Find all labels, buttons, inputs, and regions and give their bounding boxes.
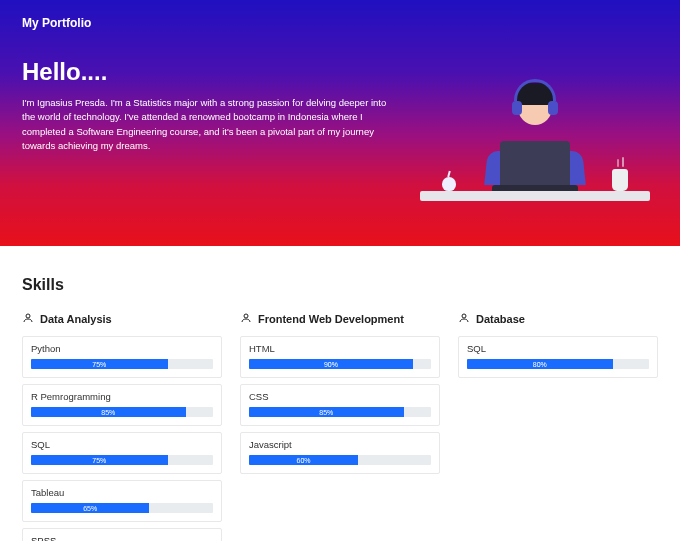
skill-column: Frontend Web DevelopmentHTML90%CSS85%Jav… (240, 312, 440, 541)
skill-name: Python (31, 343, 213, 354)
skills-heading: Skills (22, 276, 658, 294)
skill-name: R Pemrogramming (31, 391, 213, 402)
skill-column-label: Data Analysis (40, 313, 112, 325)
skill-column-label: Database (476, 313, 525, 325)
progress-fill: 85% (31, 407, 186, 417)
progress-label: 75% (92, 361, 106, 368)
progress-fill: 80% (467, 359, 613, 369)
progress-track: 65% (31, 503, 213, 513)
svg-point-1 (244, 314, 248, 318)
person-icon (458, 312, 470, 326)
progress-label: 90% (324, 361, 338, 368)
person-icon (22, 312, 34, 326)
skill-card: SQL80% (458, 336, 658, 378)
skill-card: Javascript60% (240, 432, 440, 474)
skill-column-heading: Data Analysis (22, 312, 222, 326)
hero-illustration (420, 41, 650, 201)
progress-track: 90% (249, 359, 431, 369)
progress-track: 60% (249, 455, 431, 465)
progress-track: 85% (31, 407, 213, 417)
progress-label: 85% (101, 409, 115, 416)
skill-column-label: Frontend Web Development (258, 313, 404, 325)
skill-column-heading: Frontend Web Development (240, 312, 440, 326)
skill-name: Tableau (31, 487, 213, 498)
skill-name: HTML (249, 343, 431, 354)
skill-card: R Pemrogramming85% (22, 384, 222, 426)
skill-card: SPSS90% (22, 528, 222, 541)
skill-column: DatabaseSQL80% (458, 312, 658, 541)
hero-intro: I'm Ignasius Presda. I'm a Statistics ma… (22, 96, 392, 153)
svg-point-0 (26, 314, 30, 318)
progress-label: 60% (297, 457, 311, 464)
skill-name: SQL (467, 343, 649, 354)
skill-card: Tableau65% (22, 480, 222, 522)
skill-card: SQL75% (22, 432, 222, 474)
progress-fill: 65% (31, 503, 149, 513)
svg-point-2 (462, 314, 466, 318)
skill-column-heading: Database (458, 312, 658, 326)
progress-track: 75% (31, 359, 213, 369)
hero-section: My Portfolio Hello.... I'm Ignasius Pres… (0, 0, 680, 246)
skill-card: HTML90% (240, 336, 440, 378)
skill-name: SQL (31, 439, 213, 450)
progress-track: 85% (249, 407, 431, 417)
skills-section: Skills Data AnalysisPython75%R Pemrogram… (0, 246, 680, 541)
skill-name: CSS (249, 391, 431, 402)
skill-column: Data AnalysisPython75%R Pemrogramming85%… (22, 312, 222, 541)
skill-card: CSS85% (240, 384, 440, 426)
skill-name: SPSS (31, 535, 213, 541)
skill-name: Javascript (249, 439, 431, 450)
skill-card: Python75% (22, 336, 222, 378)
progress-fill: 60% (249, 455, 358, 465)
progress-fill: 85% (249, 407, 404, 417)
progress-fill: 90% (249, 359, 413, 369)
progress-label: 80% (533, 361, 547, 368)
progress-label: 65% (83, 505, 97, 512)
progress-fill: 75% (31, 359, 168, 369)
progress-fill: 75% (31, 455, 168, 465)
progress-track: 80% (467, 359, 649, 369)
progress-label: 75% (92, 457, 106, 464)
progress-label: 85% (319, 409, 333, 416)
progress-track: 75% (31, 455, 213, 465)
person-icon (240, 312, 252, 326)
brand-title: My Portfolio (22, 16, 658, 30)
